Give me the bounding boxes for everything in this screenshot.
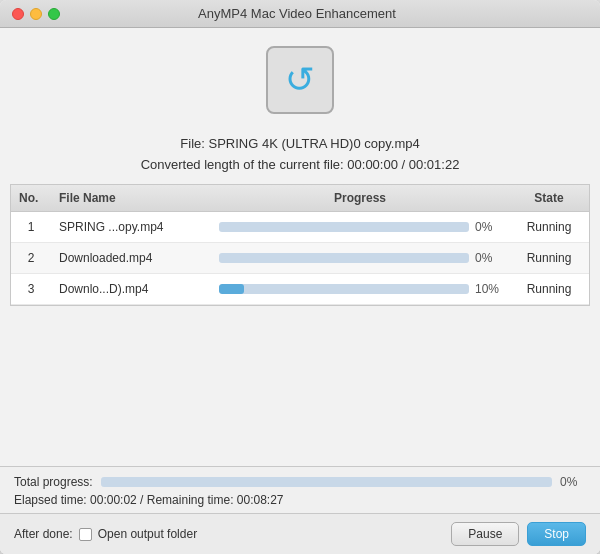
- pause-button[interactable]: Pause: [451, 522, 519, 546]
- row1-progress-bar-bg: [219, 222, 469, 232]
- elapsed-label: Elapsed time:: [14, 493, 87, 507]
- remaining-label: / Remaining time:: [140, 493, 233, 507]
- row1-no: 1: [11, 218, 51, 236]
- app-window: AnyMP4 Mac Video Enhancement ↻ File: SPR…: [0, 0, 600, 554]
- row3-state: Running: [509, 280, 589, 298]
- main-content: ↻ File: SPRING 4K (ULTRA HD)0 copy.mp4 C…: [0, 28, 600, 554]
- titlebar: AnyMP4 Mac Video Enhancement: [0, 0, 600, 28]
- total-progress-bar-bg: [101, 477, 552, 487]
- row3-progress-pct: 10%: [475, 282, 501, 296]
- converted-value: 00:00:00 / 00:01:22: [347, 157, 459, 172]
- file-info-line2: Converted length of the current file: 00…: [0, 155, 600, 176]
- row1-progress-pct: 0%: [475, 220, 501, 234]
- traffic-lights: [12, 8, 60, 20]
- row3-filename: Downlo...D).mp4: [51, 280, 211, 298]
- stop-button[interactable]: Stop: [527, 522, 586, 546]
- refresh-icon-box: ↻: [266, 46, 334, 114]
- table-header: No. File Name Progress State: [11, 185, 589, 212]
- row3-no: 3: [11, 280, 51, 298]
- minimize-button[interactable]: [30, 8, 42, 20]
- total-progress-pct: 0%: [560, 475, 586, 489]
- icon-area: ↻: [0, 28, 600, 124]
- remaining-value: 00:08:27: [237, 493, 284, 507]
- row2-state: Running: [509, 249, 589, 267]
- elapsed-value: 00:00:02: [90, 493, 137, 507]
- file-value: SPRING 4K (ULTRA HD)0 copy.mp4: [209, 136, 420, 151]
- close-button[interactable]: [12, 8, 24, 20]
- row1-state: Running: [509, 218, 589, 236]
- bottom-status: Total progress: 0% Elapsed time: 00:00:0…: [0, 466, 600, 513]
- table-row: 3 Downlo...D).mp4 10% Running: [11, 274, 589, 305]
- col-header-filename: File Name: [51, 189, 211, 207]
- elapsed-row: Elapsed time: 00:00:02 / Remaining time:…: [14, 493, 586, 507]
- maximize-button[interactable]: [48, 8, 60, 20]
- row3-progress-bar-fill: [219, 284, 244, 294]
- open-folder-label: Open output folder: [98, 527, 197, 541]
- row3-progress-cell: 10%: [211, 280, 509, 298]
- footer: After done: Open output folder Pause Sto…: [0, 513, 600, 554]
- row2-no: 2: [11, 249, 51, 267]
- open-folder-checkbox[interactable]: [79, 528, 92, 541]
- row2-progress-cell: 0%: [211, 249, 509, 267]
- total-progress-label: Total progress:: [14, 475, 93, 489]
- table-row: 2 Downloaded.mp4 0% Running: [11, 243, 589, 274]
- table-row: 1 SPRING ...opy.mp4 0% Running: [11, 212, 589, 243]
- total-progress-row: Total progress: 0%: [14, 475, 586, 489]
- col-header-progress: Progress: [211, 189, 509, 207]
- file-info: File: SPRING 4K (ULTRA HD)0 copy.mp4 Con…: [0, 134, 600, 176]
- file-info-line1: File: SPRING 4K (ULTRA HD)0 copy.mp4: [0, 134, 600, 155]
- row2-progress-bar-bg: [219, 253, 469, 263]
- footer-buttons: Pause Stop: [451, 522, 586, 546]
- row2-progress-pct: 0%: [475, 251, 501, 265]
- row3-progress-bar-bg: [219, 284, 469, 294]
- file-label: File:: [180, 136, 205, 151]
- col-header-state: State: [509, 189, 589, 207]
- after-done-label: After done:: [14, 527, 73, 541]
- file-table: No. File Name Progress State 1 SPRING ..…: [10, 184, 590, 306]
- converted-label: Converted length of the current file:: [141, 157, 344, 172]
- window-title: AnyMP4 Mac Video Enhancement: [60, 6, 534, 21]
- row1-filename: SPRING ...opy.mp4: [51, 218, 211, 236]
- row1-progress-cell: 0%: [211, 218, 509, 236]
- col-header-no: No.: [11, 189, 51, 207]
- refresh-icon: ↻: [285, 59, 315, 101]
- after-done-area: After done: Open output folder: [14, 527, 451, 541]
- row2-filename: Downloaded.mp4: [51, 249, 211, 267]
